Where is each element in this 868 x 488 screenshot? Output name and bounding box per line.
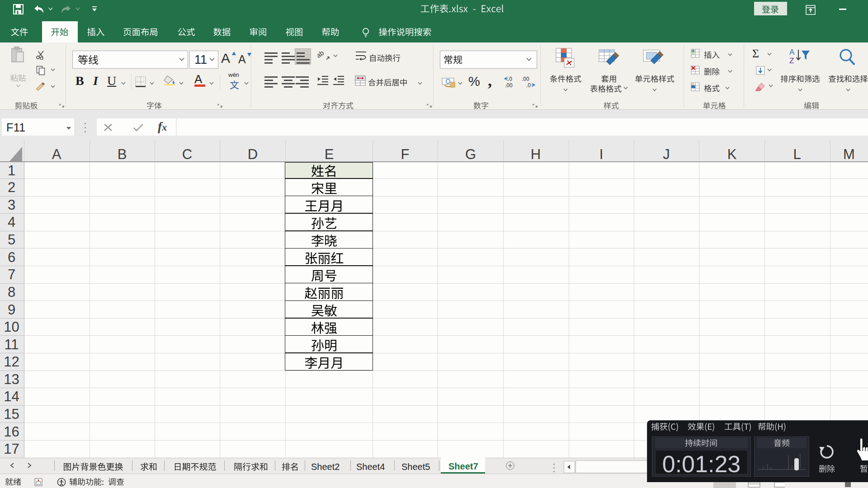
svg-text:Z: Z [789, 56, 794, 65]
svg-text:ab: ab [317, 50, 325, 59]
svg-text:.0: .0 [526, 82, 531, 89]
svg-text:.00: .00 [505, 82, 513, 89]
svg-text:A: A [789, 48, 795, 56]
svg-text:.0: .0 [508, 76, 512, 82]
svg-text:.00: .00 [522, 76, 529, 82]
